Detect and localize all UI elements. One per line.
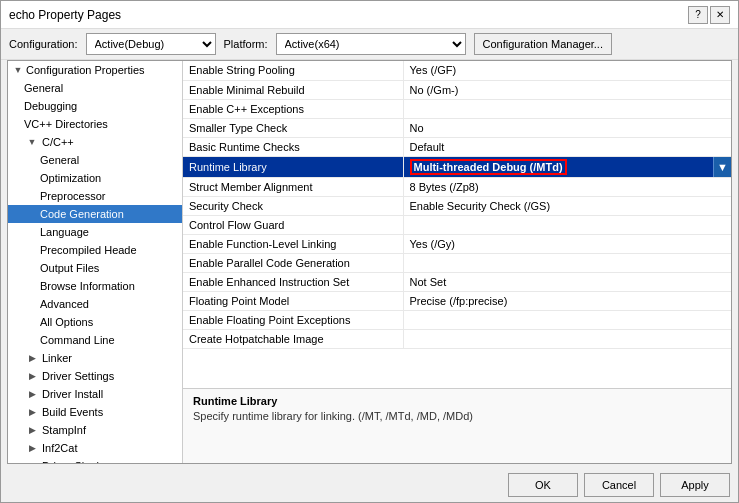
description-text: Specify runtime library for linking. (/M… [193,410,721,422]
table-row: Floating Point Model Precise (/fp:precis… [183,291,731,310]
config-label: Configuration: [9,38,78,50]
table-row: Enable Minimal Rebuild No (/Gm-) [183,80,731,99]
main-content: ▼ Configuration Properties General Debug… [7,60,732,464]
tree-item-advanced[interactable]: Advanced [8,295,182,313]
tree-item-vc-dirs[interactable]: VC++ Directories [8,115,182,133]
prop-name: Enable Parallel Code Generation [183,253,403,272]
table-row-runtime-library[interactable]: Runtime Library Multi-threaded Debug (/M… [183,156,731,177]
runtime-value-box: Multi-threaded Debug (/MTd) [410,159,567,175]
prop-name: Smaller Type Check [183,118,403,137]
tree-item-command-line[interactable]: Command Line [8,331,182,349]
table-row: Create Hotpatchable Image [183,329,731,348]
tree-item-driver-settings[interactable]: ▶ Driver Settings [8,367,182,385]
prop-value: Yes (/GF) [403,61,731,80]
prop-value [403,329,731,348]
table-row: Enable C++ Exceptions [183,99,731,118]
tree-item-all-options[interactable]: All Options [8,313,182,331]
bottom-buttons: OK Cancel Apply [1,468,738,502]
prop-value: 8 Bytes (/Zp8) [403,177,731,196]
prop-name: Enable Function-Level Linking [183,234,403,253]
prop-name: Enable String Pooling [183,61,403,80]
cancel-button[interactable]: Cancel [584,473,654,497]
close-button[interactable]: ✕ [710,6,730,24]
prop-value: No (/Gm-) [403,80,731,99]
help-button[interactable]: ? [688,6,708,24]
table-row: Enable String Pooling Yes (/GF) [183,61,731,80]
prop-name: Enable Floating Point Exceptions [183,310,403,329]
prop-name: Security Check [183,196,403,215]
tree-item-driver-install[interactable]: ▶ Driver Install [8,385,182,403]
prop-value: Not Set [403,272,731,291]
title-bar-buttons: ? ✕ [688,6,730,24]
table-row: Struct Member Alignment 8 Bytes (/Zp8) [183,177,731,196]
prop-value: Enable Security Check (/GS) [403,196,731,215]
prop-name: Control Flow Guard [183,215,403,234]
tree-item-browse-info[interactable]: Browse Information [8,277,182,295]
prop-name: Enable Enhanced Instruction Set [183,272,403,291]
driver-settings-expand-icon: ▶ [24,371,40,381]
tree-item-debugging[interactable]: Debugging [8,97,182,115]
dropdown-arrow-button[interactable]: ▼ [713,157,731,177]
driver-signing-expand-icon: ▶ [24,461,40,463]
platform-select[interactable]: Active(x64) [276,33,466,55]
table-row: Smaller Type Check No [183,118,731,137]
tree-item-linker[interactable]: ▶ Linker [8,349,182,367]
table-row: Enable Parallel Code Generation [183,253,731,272]
prop-value [403,310,731,329]
tree-item-driver-signing[interactable]: ▶ Driver Signing [8,457,182,463]
table-row: Enable Floating Point Exceptions [183,310,731,329]
tree-item-output-files[interactable]: Output Files [8,259,182,277]
dialog-window: echo Property Pages ? ✕ Configuration: A… [0,0,739,503]
tree-item-config-props[interactable]: ▼ Configuration Properties [8,61,182,79]
tree-item-build-events[interactable]: ▶ Build Events [8,403,182,421]
tree-item-general2[interactable]: General [8,151,182,169]
prop-name: Struct Member Alignment [183,177,403,196]
title-bar: echo Property Pages ? ✕ [1,1,738,29]
table-row: Enable Enhanced Instruction Set Not Set [183,272,731,291]
prop-value-runtime[interactable]: Multi-threaded Debug (/MTd) ▼ [403,156,731,177]
prop-name: Floating Point Model [183,291,403,310]
tree-item-precompiled[interactable]: Precompiled Heade [8,241,182,259]
prop-name-runtime: Runtime Library [183,156,403,177]
tree-item-cpp[interactable]: ▼ C/C++ [8,133,182,151]
prop-name: Enable Minimal Rebuild [183,80,403,99]
apply-button[interactable]: Apply [660,473,730,497]
right-panel: Enable String Pooling Yes (/GF) Enable M… [183,61,731,463]
tree-item-code-gen[interactable]: Code Generation [8,205,182,223]
tree-item-optimization[interactable]: Optimization [8,169,182,187]
table-row-control-flow: Control Flow Guard [183,215,731,234]
tree-item-general[interactable]: General [8,79,182,97]
table-row: Basic Runtime Checks Default [183,137,731,156]
config-select[interactable]: Active(Debug) [86,33,216,55]
tree-panel: ▼ Configuration Properties General Debug… [8,61,183,463]
platform-label: Platform: [224,38,268,50]
expand-icon: ▼ [10,65,26,75]
prop-name: Create Hotpatchable Image [183,329,403,348]
tree-item-preprocessor[interactable]: Preprocessor [8,187,182,205]
prop-value: Yes (/Gy) [403,234,731,253]
description-title: Runtime Library [193,395,721,407]
tree-item-stampinf[interactable]: ▶ StampInf [8,421,182,439]
prop-value: Default [403,137,731,156]
dialog-title: echo Property Pages [9,8,121,22]
tree-item-inf2cat[interactable]: ▶ Inf2Cat [8,439,182,457]
prop-name: Enable C++ Exceptions [183,99,403,118]
prop-value [403,99,731,118]
prop-name: Basic Runtime Checks [183,137,403,156]
stampinf-expand-icon: ▶ [24,425,40,435]
cpp-expand-icon: ▼ [24,137,40,147]
ok-button[interactable]: OK [508,473,578,497]
tree-item-language[interactable]: Language [8,223,182,241]
inf2cat-expand-icon: ▶ [24,443,40,453]
table-row: Security Check Enable Security Check (/G… [183,196,731,215]
prop-value: No [403,118,731,137]
table-row: Enable Function-Level Linking Yes (/Gy) [183,234,731,253]
driver-install-expand-icon: ▶ [24,389,40,399]
build-events-expand-icon: ▶ [24,407,40,417]
description-panel: Runtime Library Specify runtime library … [183,388,731,463]
config-row: Configuration: Active(Debug) Platform: A… [1,29,738,60]
prop-value [403,253,731,272]
properties-table: Enable String Pooling Yes (/GF) Enable M… [183,61,731,388]
config-manager-button[interactable]: Configuration Manager... [474,33,612,55]
properties-grid: Enable String Pooling Yes (/GF) Enable M… [183,61,731,349]
